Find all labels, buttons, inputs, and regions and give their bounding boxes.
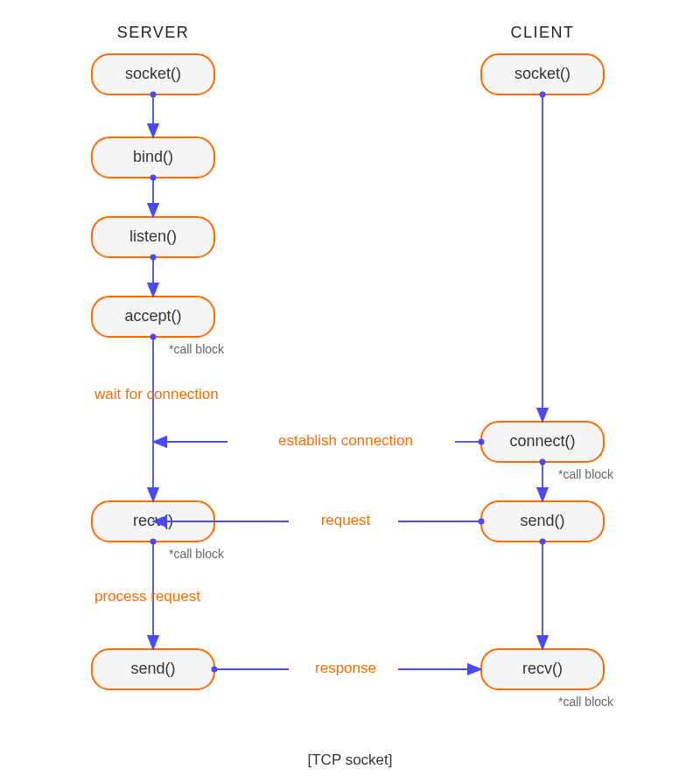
note-after_crecv: *call block xyxy=(558,695,614,709)
note-after_accept: *call block xyxy=(169,342,225,356)
node-label: listen() xyxy=(130,227,177,245)
arrow-c_send-to-c_recv xyxy=(540,539,546,650)
node-label: connect() xyxy=(509,432,575,450)
node-c_connect: connect() xyxy=(481,422,604,462)
annotation-process: process request xyxy=(94,588,200,605)
annotation-response: response xyxy=(315,660,376,676)
arrow-s_listen-to-s_accept xyxy=(150,255,157,297)
node-s_socket: socket() xyxy=(92,54,214,94)
node-c_send: send() xyxy=(481,501,604,542)
diagram-caption: [TCP socket] xyxy=(308,752,393,768)
note-after_srecv: *call block xyxy=(169,547,225,561)
node-s_listen: listen() xyxy=(92,217,214,257)
node-label: recv() xyxy=(522,660,563,677)
annotation-request: request xyxy=(321,512,371,528)
arrow-s_accept-to-s_recv xyxy=(150,334,157,502)
node-label: socket() xyxy=(125,65,181,82)
node-label: send() xyxy=(520,512,564,529)
node-s_bind: bind() xyxy=(92,137,214,178)
node-c_socket: socket() xyxy=(481,54,604,94)
annotation-estab: establish connection xyxy=(278,432,413,449)
arrow-c_connect-to-c_send xyxy=(540,459,546,502)
note-after_cconnect: *call block xyxy=(558,467,614,481)
client-column-header: CLIENT xyxy=(510,24,574,41)
node-label: accept() xyxy=(124,307,181,325)
node-label: bind() xyxy=(133,148,173,165)
arrows-layer xyxy=(150,92,546,673)
node-c_recv: recv() xyxy=(481,649,604,689)
server-column-header: SERVER xyxy=(117,24,190,41)
arrow-c_socket-to-c_connect xyxy=(540,92,546,423)
arrow-s_socket-to-s_bind xyxy=(150,92,157,138)
node-label: socket() xyxy=(514,65,570,82)
annotation-wait: wait for connection xyxy=(94,386,219,402)
node-s_send: send() xyxy=(92,649,214,689)
node-s_accept: accept() xyxy=(92,297,214,337)
tcp-socket-diagram: SERVER CLIENT socket()bind()listen()acce… xyxy=(0,0,700,783)
node-label: recv() xyxy=(133,512,173,529)
arrow-s_bind-to-s_listen xyxy=(150,175,157,218)
node-label: send() xyxy=(130,660,175,677)
